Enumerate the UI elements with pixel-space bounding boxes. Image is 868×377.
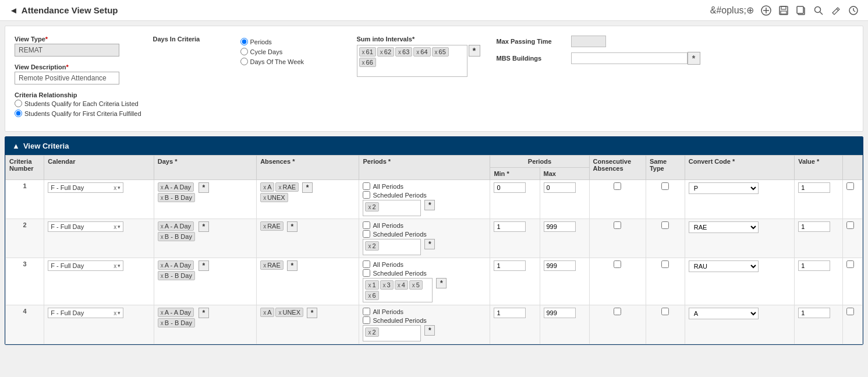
row1-same-type-cb[interactable] bbox=[661, 182, 669, 190]
row3-day-aday-remove[interactable]: x bbox=[161, 262, 164, 269]
row4-day-aday-remove[interactable]: x bbox=[161, 309, 164, 316]
row2-scheduled-periods-cb[interactable] bbox=[363, 230, 370, 238]
row1-scheduled-periods-cb[interactable] bbox=[363, 191, 370, 199]
row1-delete-cb[interactable] bbox=[846, 182, 854, 190]
row4-period-2-remove[interactable]: x bbox=[368, 329, 371, 336]
max-passing-input[interactable] bbox=[571, 36, 606, 47]
row2-calendar-select[interactable]: F - Full Day x ▾ bbox=[48, 221, 123, 232]
row1-convert-select[interactable]: P bbox=[689, 182, 759, 194]
row1-calendar-select[interactable]: F - Full Day x ▾ bbox=[48, 182, 123, 193]
row4-period-add[interactable]: * bbox=[424, 325, 435, 336]
row4-absences-add[interactable]: * bbox=[307, 308, 317, 318]
row3-calendar-arrow[interactable]: ▾ bbox=[118, 263, 121, 269]
row1-calendar-clear[interactable]: x bbox=[112, 185, 118, 191]
criteria-option-each[interactable]: Students Qualify for Each Criteria Liste… bbox=[15, 100, 141, 107]
save-icon[interactable] bbox=[778, 5, 789, 16]
row2-days-add[interactable]: * bbox=[199, 221, 209, 232]
row1-days-add[interactable]: * bbox=[199, 182, 209, 193]
days-of-week-radio[interactable] bbox=[240, 58, 248, 65]
row1-day-bday-remove[interactable]: x bbox=[161, 195, 164, 201]
row2-calendar-clear[interactable]: x bbox=[112, 224, 118, 230]
row3-value-input[interactable] bbox=[798, 260, 830, 271]
row4-max-input[interactable] bbox=[544, 308, 576, 318]
row3-period-4-remove[interactable]: x bbox=[398, 282, 401, 288]
row2-day-aday-remove[interactable]: x bbox=[161, 223, 164, 230]
copy-icon[interactable] bbox=[796, 5, 806, 16]
row4-all-periods-label[interactable]: All Periods bbox=[363, 308, 486, 315]
row2-absences-add[interactable]: * bbox=[287, 221, 297, 232]
periods-radio-row[interactable]: Periods bbox=[240, 38, 345, 45]
row4-all-periods-cb[interactable] bbox=[363, 308, 370, 315]
sum-tag-61-remove[interactable]: x bbox=[362, 49, 365, 55]
row3-min-input[interactable] bbox=[494, 260, 526, 271]
row3-calendar-select[interactable]: F - Full Day x ▾ bbox=[48, 260, 123, 271]
row2-period-add[interactable]: * bbox=[424, 239, 435, 249]
row4-min-input[interactable] bbox=[494, 308, 526, 318]
sum-tag-64-remove[interactable]: x bbox=[416, 49, 419, 55]
criteria-radio-each[interactable] bbox=[15, 100, 22, 107]
cycle-days-radio-row[interactable]: Cycle Days bbox=[240, 48, 345, 55]
sum-tag-63-remove[interactable]: x bbox=[398, 49, 401, 55]
row2-all-periods-label[interactable]: All Periods bbox=[363, 221, 486, 229]
row2-convert-select[interactable]: RAE bbox=[689, 221, 759, 233]
row2-period-2-remove[interactable]: x bbox=[368, 243, 371, 249]
periods-radio[interactable] bbox=[240, 38, 248, 45]
sum-add-button[interactable]: * bbox=[469, 45, 480, 57]
row1-period-2-remove[interactable]: x bbox=[368, 204, 371, 210]
row2-max-input[interactable] bbox=[544, 221, 576, 232]
criteria-radio-first[interactable] bbox=[15, 110, 22, 117]
row3-period-1-remove[interactable]: x bbox=[368, 282, 371, 288]
row1-abs-a-remove[interactable]: x bbox=[263, 184, 266, 191]
row1-consecutive-cb[interactable] bbox=[614, 182, 621, 190]
clock-icon[interactable] bbox=[848, 5, 859, 16]
row3-max-input[interactable] bbox=[544, 260, 576, 271]
row2-scheduled-periods-label[interactable]: Scheduled Periods bbox=[363, 230, 486, 238]
row1-scheduled-periods-label[interactable]: Scheduled Periods bbox=[363, 191, 486, 199]
row1-abs-unex-remove[interactable]: x bbox=[263, 195, 266, 201]
row3-all-periods-cb[interactable] bbox=[363, 260, 370, 268]
row3-days-add[interactable]: * bbox=[199, 260, 209, 271]
cycle-days-radio[interactable] bbox=[240, 48, 248, 55]
row1-value-input[interactable] bbox=[798, 182, 830, 193]
add-icon[interactable]: &#oplus;⊕ bbox=[710, 5, 754, 16]
row1-absences-add[interactable]: * bbox=[302, 182, 313, 193]
days-of-week-radio-row[interactable]: Days Of The Week bbox=[240, 58, 345, 65]
row3-day-bday-remove[interactable]: x bbox=[161, 273, 164, 279]
row3-all-periods-label[interactable]: All Periods bbox=[363, 260, 486, 268]
row4-calendar-select[interactable]: F - Full Day x ▾ bbox=[48, 308, 123, 318]
row1-calendar-arrow[interactable]: ▾ bbox=[118, 185, 121, 191]
row4-consecutive-cb[interactable] bbox=[614, 308, 621, 315]
row4-day-bday-remove[interactable]: x bbox=[161, 320, 164, 326]
row3-calendar-clear[interactable]: x bbox=[112, 263, 118, 269]
sum-tag-65-remove[interactable]: x bbox=[435, 49, 438, 55]
row3-consecutive-cb[interactable] bbox=[614, 260, 621, 268]
view-desc-input[interactable] bbox=[15, 72, 119, 84]
row4-abs-unex-remove[interactable]: x bbox=[278, 309, 281, 316]
row3-absences-add[interactable]: * bbox=[287, 260, 297, 271]
row4-days-add[interactable]: * bbox=[199, 308, 209, 318]
row2-min-input[interactable] bbox=[494, 221, 526, 232]
row3-scheduled-periods-cb[interactable] bbox=[363, 269, 370, 277]
row2-same-type-cb[interactable] bbox=[661, 221, 669, 229]
row4-delete-cb[interactable] bbox=[846, 308, 854, 315]
row4-scheduled-periods-cb[interactable] bbox=[363, 316, 370, 324]
row2-calendar-arrow[interactable]: ▾ bbox=[118, 224, 121, 230]
row1-all-periods-label[interactable]: All Periods bbox=[363, 182, 486, 190]
mbs-add-button[interactable]: * bbox=[688, 52, 700, 65]
row4-convert-select[interactable]: A bbox=[689, 308, 759, 319]
mbs-input[interactable] bbox=[571, 52, 688, 64]
criteria-option-first[interactable]: Students Qualify for First Criteria Fulf… bbox=[15, 110, 141, 117]
row1-all-periods-cb[interactable] bbox=[363, 182, 370, 190]
sum-tag-66-remove[interactable]: x bbox=[362, 59, 365, 66]
row2-all-periods-cb[interactable] bbox=[363, 221, 370, 229]
sum-tag-62-remove[interactable]: x bbox=[380, 49, 383, 55]
row3-scheduled-periods-label[interactable]: Scheduled Periods bbox=[363, 269, 486, 277]
row1-min-input[interactable] bbox=[494, 182, 526, 193]
row3-convert-select[interactable]: RAU bbox=[689, 260, 759, 272]
row4-calendar-clear[interactable]: x bbox=[112, 310, 118, 316]
add-circle-icon[interactable] bbox=[761, 5, 771, 16]
row2-abs-rae-remove[interactable]: x bbox=[263, 223, 266, 230]
row1-period-add[interactable]: * bbox=[424, 200, 435, 210]
row1-max-input[interactable] bbox=[544, 182, 576, 193]
row2-day-bday-remove[interactable]: x bbox=[161, 234, 164, 240]
